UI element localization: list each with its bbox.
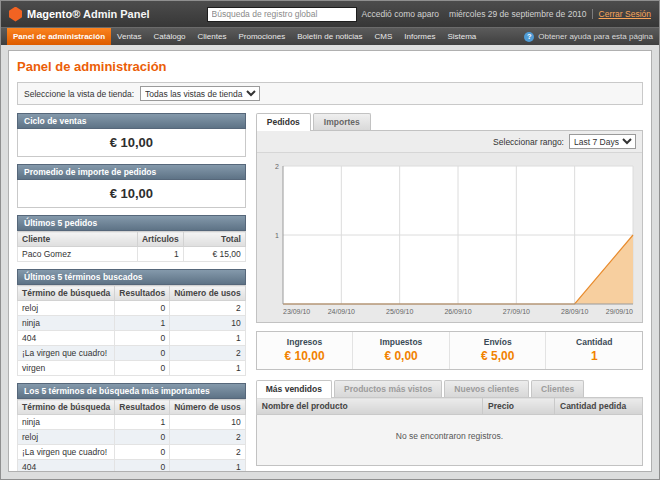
orders-chart: 1223/09/1024/09/1025/09/1026/09/1027/09/… bbox=[257, 153, 642, 322]
store-view-label: Seleccione la vista de tienda: bbox=[24, 89, 134, 99]
table-row[interactable]: 404 0 1 bbox=[18, 331, 246, 346]
magento-logo-icon bbox=[9, 7, 22, 22]
nav-item-reports[interactable]: Informes bbox=[398, 28, 441, 45]
svg-text:26/09/10: 26/09/10 bbox=[444, 308, 471, 315]
left-column: Ciclo de ventas € 10,00 Promedio de impo… bbox=[17, 113, 246, 472]
table-row[interactable]: ¡La virgen que cuadro! 0 2 bbox=[18, 346, 246, 361]
panel-title: Ciclo de ventas bbox=[17, 113, 246, 129]
tab-customers[interactable]: Clientes bbox=[531, 380, 584, 397]
help-label: Obtener ayuda para esta página bbox=[538, 32, 653, 41]
stat-tax: Impuestos € 0,00 bbox=[352, 332, 449, 369]
nav-item-promotions[interactable]: Promociones bbox=[232, 28, 291, 45]
nav-item-cms[interactable]: CMS bbox=[369, 28, 399, 45]
orders-area-chart: 1223/09/1024/09/1025/09/1026/09/1027/09/… bbox=[265, 160, 637, 318]
panel-sales-cycle: Ciclo de ventas € 10,00 bbox=[17, 113, 246, 157]
tab-bestsellers[interactable]: Más vendidos bbox=[256, 380, 332, 398]
stat-shipping: Envíos € 5,00 bbox=[449, 332, 546, 369]
tab-amounts[interactable]: Importes bbox=[313, 113, 371, 130]
store-view-select[interactable]: Todas las vistas de tienda bbox=[140, 86, 260, 101]
panel-title: Últimos 5 términos buscados bbox=[17, 269, 246, 285]
svg-text:2: 2 bbox=[275, 163, 279, 170]
page-title: Panel de administración bbox=[17, 59, 643, 74]
magento-logo: Magento® Admin Panel bbox=[9, 7, 207, 22]
table-row[interactable]: reloj 0 2 bbox=[18, 430, 246, 445]
svg-text:1: 1 bbox=[275, 232, 279, 239]
global-search-input[interactable] bbox=[207, 7, 357, 22]
stat-quantity: Cantidad 1 bbox=[545, 332, 642, 369]
panel-title: Últimos 5 pedidos bbox=[17, 215, 246, 231]
panel-last-search-terms: Últimos 5 términos buscados Término de b… bbox=[17, 269, 246, 376]
table-row[interactable]: ¡La virgen que cuadro! 0 2 bbox=[18, 445, 246, 460]
tab-orders[interactable]: Pedidos bbox=[256, 113, 311, 131]
table-row[interactable]: 404 0 1 bbox=[18, 460, 246, 473]
range-label: Seleccionar rango: bbox=[493, 137, 564, 147]
nav-item-system[interactable]: Sistema bbox=[441, 28, 482, 45]
chart-tabs: Pedidos Importes bbox=[256, 113, 643, 130]
svg-text:27/09/10: 27/09/10 bbox=[502, 308, 529, 315]
nav-item-newsletter[interactable]: Boletín de noticias bbox=[291, 28, 368, 45]
products-tabs: Más vendidos Productos más vistos Nuevos… bbox=[256, 380, 643, 397]
store-view-bar: Seleccione la vista de tienda: Todas las… bbox=[17, 82, 643, 105]
nav-item-customers[interactable]: Clientes bbox=[192, 28, 233, 45]
sales-cycle-value: € 10,00 bbox=[17, 129, 246, 157]
dashboard-columns: Ciclo de ventas € 10,00 Promedio de impo… bbox=[17, 113, 643, 472]
logout-link[interactable]: Cerrar Sesión bbox=[592, 9, 651, 19]
table-row[interactable]: virgen 0 1 bbox=[18, 361, 246, 376]
svg-text:29/09/10: 29/09/10 bbox=[606, 308, 633, 315]
get-help-link[interactable]: ? Obtener ayuda para esta página bbox=[524, 28, 653, 45]
magento-admin-window: Magento® Admin Panel Accedió como aparo … bbox=[0, 0, 660, 480]
session-info: Accedió como aparo miércoles 29 de septi… bbox=[357, 9, 651, 19]
page-content: Panel de administración Seleccione la vi… bbox=[8, 50, 652, 472]
help-icon: ? bbox=[524, 32, 534, 42]
panel-title: Los 5 términos de búsqueda más important… bbox=[17, 383, 246, 399]
last-search-terms-table: Término de búsqueda Resultados Número de… bbox=[17, 285, 246, 376]
panel-top-search-terms: Los 5 términos de búsqueda más important… bbox=[17, 383, 246, 472]
orders-chart-panel: Seleccionar rango: Last 7 Days 1223/09/1… bbox=[256, 130, 643, 323]
table-row[interactable]: ninja 1 10 bbox=[18, 415, 246, 430]
totals-bar: Ingresos € 10,00 Impuestos € 0,00 Envíos… bbox=[256, 331, 643, 370]
tab-most-viewed[interactable]: Productos más vistos bbox=[334, 380, 442, 397]
svg-text:25/09/10: 25/09/10 bbox=[386, 308, 413, 315]
range-select[interactable]: Last 7 Days bbox=[569, 134, 636, 149]
global-search-wrap bbox=[207, 7, 357, 22]
svg-text:24/09/10: 24/09/10 bbox=[327, 308, 354, 315]
panel-title: Promedio de importe de pedidos bbox=[17, 164, 246, 180]
right-column: Pedidos Importes Seleccionar rango: Last… bbox=[256, 113, 643, 472]
brand-title: Magento® Admin Panel bbox=[27, 8, 150, 20]
svg-text:28/09/10: 28/09/10 bbox=[561, 308, 588, 315]
table-row[interactable]: Paco Gomez 1 € 15,00 bbox=[18, 247, 246, 262]
main-nav: Panel de administración Ventas Catálogo … bbox=[1, 27, 659, 45]
stat-revenue: Ingresos € 10,00 bbox=[257, 332, 353, 369]
empty-message: No se encontraron registros. bbox=[256, 415, 642, 466]
average-order-value: € 10,00 bbox=[17, 180, 246, 208]
nav-item-dashboard[interactable]: Panel de administración bbox=[7, 28, 111, 45]
current-date: miércoles 29 de septiembre de 2010 bbox=[444, 9, 592, 19]
bestsellers-table: Nombre del producto Precio Cantidad pedi… bbox=[256, 397, 643, 466]
nav-item-catalog[interactable]: Catálogo bbox=[148, 28, 192, 45]
logged-in-as: Accedió como aparo bbox=[357, 9, 445, 19]
last-orders-table: Cliente Artículos Total Paco Gomez 1 € 1… bbox=[17, 231, 246, 262]
top-header: Magento® Admin Panel Accedió como aparo … bbox=[1, 1, 659, 27]
table-row[interactable]: ninja 1 10 bbox=[18, 316, 246, 331]
top-search-terms-table: Término de búsqueda Resultados Número de… bbox=[17, 399, 246, 472]
range-selector-bar: Seleccionar rango: Last 7 Days bbox=[257, 131, 642, 153]
svg-text:23/09/10: 23/09/10 bbox=[283, 308, 310, 315]
nav-item-sales[interactable]: Ventas bbox=[111, 28, 147, 45]
panel-last-orders: Últimos 5 pedidos Cliente Artículos Tota… bbox=[17, 215, 246, 262]
table-row[interactable]: reloj 0 2 bbox=[18, 301, 246, 316]
panel-average-order: Promedio de importe de pedidos € 10,00 bbox=[17, 164, 246, 208]
tab-new-customers[interactable]: Nuevos clientes bbox=[444, 380, 529, 397]
empty-row: No se encontraron registros. bbox=[256, 415, 642, 466]
